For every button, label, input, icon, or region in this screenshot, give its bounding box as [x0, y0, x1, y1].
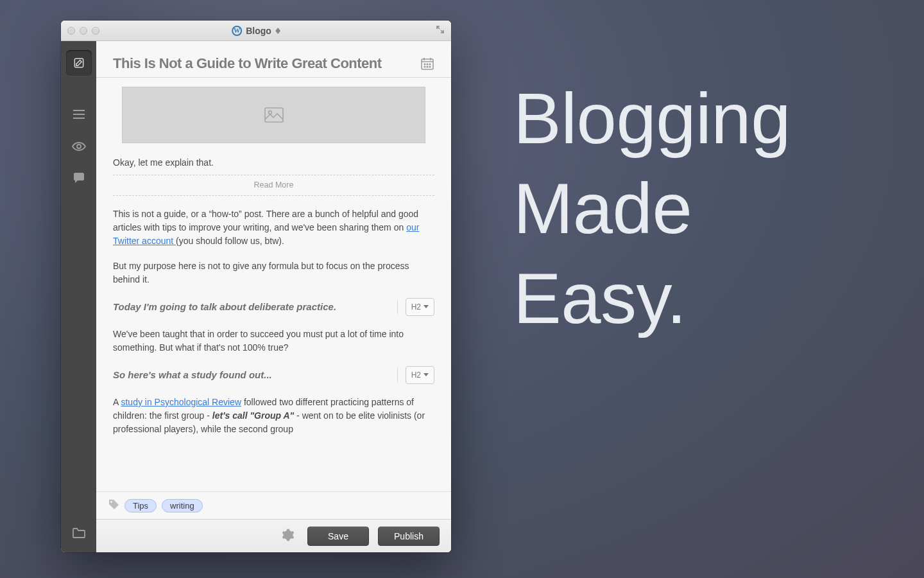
- post-paragraph: This is not a guide, or a “how-to” post.…: [113, 207, 434, 248]
- tagline-line: Made: [513, 164, 791, 254]
- study-link[interactable]: study in Psychological Review: [121, 397, 241, 407]
- svg-point-9: [424, 64, 425, 65]
- comments-button[interactable]: [69, 169, 89, 188]
- post-paragraph: We've been taught that in order to succe…: [113, 328, 434, 355]
- window-titlebar: W Blogo: [61, 21, 451, 41]
- marketing-tagline: Blogging Made Easy.: [513, 74, 791, 344]
- tag-pill[interactable]: writing: [162, 499, 203, 512]
- editor-footer: Save Publish: [96, 519, 451, 552]
- svg-point-12: [424, 66, 425, 67]
- chevron-down-icon: [424, 305, 429, 308]
- close-window-button[interactable]: [67, 27, 75, 35]
- sidebar: [61, 41, 96, 552]
- updown-arrows-icon: [275, 28, 280, 34]
- editor-pane: This Is Not a Guide to Write Great Conte…: [96, 41, 451, 552]
- svg-point-4: [77, 144, 81, 148]
- publish-button[interactable]: Publish: [378, 527, 440, 546]
- app-title: Blogo: [246, 26, 271, 36]
- tag-icon: [108, 498, 119, 512]
- settings-button[interactable]: [282, 529, 295, 544]
- read-more-divider[interactable]: Read More: [113, 175, 434, 196]
- app-window: W Blogo: [61, 21, 451, 552]
- chevron-down-icon: [424, 373, 429, 376]
- minimize-window-button[interactable]: [80, 27, 87, 35]
- zoom-window-button[interactable]: [92, 27, 99, 35]
- posts-list-button[interactable]: [69, 105, 89, 124]
- svg-point-13: [427, 66, 428, 67]
- heading-level-selector[interactable]: H2: [406, 366, 434, 384]
- svg-rect-15: [265, 108, 283, 122]
- post-intro: Okay, let me explain that.: [113, 156, 434, 175]
- svg-point-11: [429, 64, 431, 65]
- tagline-line: Blogging: [513, 74, 791, 164]
- featured-image-placeholder[interactable]: [122, 87, 425, 143]
- heading-level-selector[interactable]: H2: [406, 298, 434, 316]
- svg-point-10: [427, 64, 428, 65]
- save-button[interactable]: Save: [307, 527, 369, 546]
- post-heading: So here's what a study found out...: [113, 368, 389, 383]
- svg-point-17: [110, 501, 112, 503]
- blog-switcher[interactable]: W Blogo: [232, 26, 280, 36]
- wordpress-icon: W: [232, 26, 242, 36]
- svg-point-16: [268, 111, 271, 114]
- tags-bar[interactable]: Tips writing: [96, 491, 451, 519]
- post-body-editor[interactable]: Okay, let me explain that. Read More Thi…: [96, 78, 451, 491]
- schedule-button[interactable]: [420, 57, 434, 73]
- fullscreen-button[interactable]: [436, 25, 445, 37]
- preview-button[interactable]: [69, 137, 89, 156]
- compose-button[interactable]: [66, 50, 92, 76]
- post-paragraph: A study in Psychological Review followed…: [113, 396, 434, 436]
- drafts-folder-button[interactable]: [73, 528, 85, 541]
- svg-point-14: [429, 66, 431, 67]
- traffic-lights: [67, 27, 99, 35]
- post-heading: Today I'm going to talk about deliberate…: [113, 300, 389, 315]
- post-title-input[interactable]: This Is Not a Guide to Write Great Conte…: [113, 55, 382, 72]
- post-paragraph: But my purpose here is not to give any f…: [113, 259, 434, 286]
- tag-pill[interactable]: Tips: [124, 499, 157, 512]
- tagline-line: Easy.: [513, 254, 791, 344]
